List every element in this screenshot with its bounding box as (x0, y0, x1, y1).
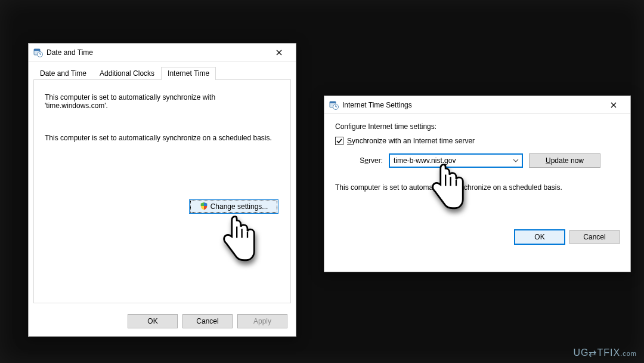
tab-panel-internet-time: This computer is set to automatically sy… (33, 79, 291, 303)
dialog2-body: Configure Internet time settings: Synchr… (324, 114, 630, 200)
sync-checkbox-label[interactable]: Synchronize with an Internet time server (347, 137, 475, 145)
watermark: UG⇄TFIX.com (573, 347, 637, 358)
close-icon (611, 102, 617, 108)
ok-button[interactable]: OK (515, 230, 565, 244)
tabstrip: Date and Time Additional Clocks Internet… (29, 63, 296, 79)
date-time-icon (33, 48, 43, 57)
update-now-button[interactable]: Update now (529, 153, 600, 168)
change-settings-button[interactable]: Change settings... (189, 199, 278, 214)
sync-checkbox[interactable] (335, 137, 343, 145)
change-settings-label: Change settings... (210, 202, 268, 211)
ok-button[interactable]: OK (128, 314, 178, 328)
close-button[interactable] (267, 44, 291, 61)
schedule-status-text: This computer is set to automatically sy… (45, 134, 280, 142)
cancel-button[interactable]: Cancel (569, 230, 620, 244)
uac-shield-icon (200, 202, 208, 212)
titlebar[interactable]: Date and Time (29, 44, 296, 61)
server-combobox[interactable]: time-b-wwv.nist.gov (389, 153, 523, 168)
configure-heading: Configure Internet time settings: (335, 122, 620, 131)
schedule-status-text: This computer is set to automatically sy… (335, 183, 620, 192)
tab-additional-clocks[interactable]: Additional Clocks (93, 67, 161, 80)
dialog1-button-row: OK Cancel Apply (29, 308, 296, 337)
server-value: time-b-wwv.nist.gov (390, 156, 510, 165)
chevron-down-icon (510, 155, 522, 167)
titlebar[interactable]: Internet Time Settings (324, 96, 630, 114)
svg-rect-1 (34, 49, 40, 51)
tab-date-and-time[interactable]: Date and Time (33, 67, 93, 80)
server-label: Server: (353, 156, 383, 165)
cancel-button[interactable]: Cancel (182, 314, 233, 328)
window-title: Internet Time Settings (342, 101, 412, 109)
sync-status-text: This computer is set to automatically sy… (45, 93, 280, 110)
date-time-dialog: Date and Time Date and Time Additional C… (28, 43, 296, 337)
close-button[interactable] (602, 97, 626, 113)
internet-time-settings-dialog: Internet Time Settings Configure Interne… (324, 96, 631, 272)
apply-button[interactable]: Apply (237, 314, 287, 328)
check-icon (336, 138, 342, 144)
dialog2-button-row: OK Cancel (324, 200, 630, 254)
date-time-icon (329, 100, 339, 110)
window-title: Date and Time (47, 48, 93, 57)
svg-rect-8 (330, 101, 336, 103)
close-icon (276, 50, 282, 56)
tab-internet-time[interactable]: Internet Time (161, 67, 216, 80)
